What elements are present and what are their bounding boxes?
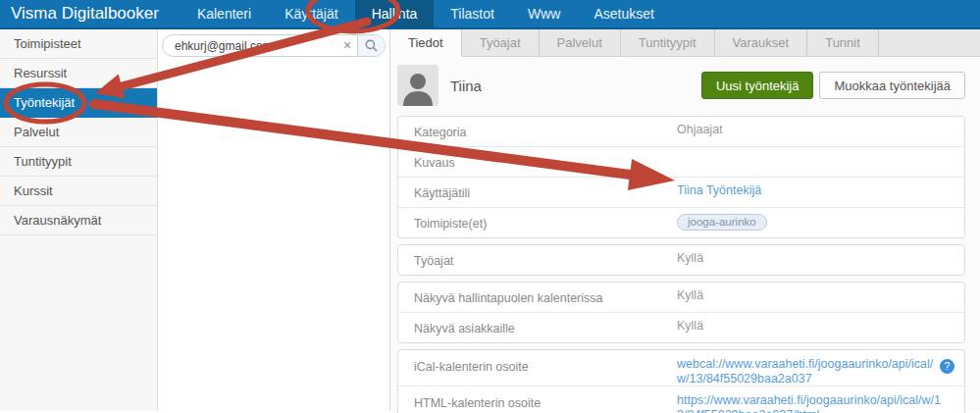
clear-icon[interactable]: ×	[337, 35, 357, 56]
row-label: iCal-kalenterin osoite	[414, 360, 529, 374]
sidebar-item-tuntityypit[interactable]: Tuntityypit	[0, 147, 157, 177]
help-icon[interactable]: ?	[940, 359, 954, 374]
nav-item-hallinta[interactable]: Hallinta	[355, 0, 435, 27]
row-label: Työajat	[414, 254, 453, 268]
nav-item-tilastot[interactable]: Tilastot	[434, 0, 511, 27]
row-label: Näkyvä hallintapuolen kalenterissa	[414, 291, 602, 305]
detail-panel: KategoriaOhjaajatKuvausKäyttäjätiliTiina…	[397, 116, 965, 238]
row-value: jooga-aurinko	[677, 214, 952, 231]
tab-tuntityypit[interactable]: Tuntityypit	[621, 29, 715, 56]
row-label: HTML-kalenterin osoite	[414, 396, 541, 410]
row-value: webcal://www.varaaheti.fi/joogaaurinko/a…	[677, 357, 944, 387]
sidebar-item-varausn-kym-t[interactable]: Varausnäkymät	[0, 206, 157, 235]
detail-row-k-ytt-j-tili: KäyttäjätiliTiina Työntekijä	[398, 178, 964, 208]
detail-row-n-kyv-asiakkaille: Näkyvä asiakkailleKyllä	[398, 313, 964, 342]
row-value-link[interactable]: webcal://www.varaaheti.fi/joogaaurinko/a…	[677, 357, 933, 386]
nav-item-k-ytt-j-t[interactable]: Käyttäjät	[268, 0, 354, 27]
row-label: Kuvaus	[414, 156, 455, 170]
main-nav: KalenteriKäyttäjätHallintaTilastotWwwAse…	[181, 0, 671, 27]
row-label: Toimipiste(et)	[414, 217, 487, 231]
top-nav: Visma Digitalbooker KalenteriKäyttäjätHa…	[0, 0, 980, 29]
sidebar-item-resurssit[interactable]: Resurssit	[0, 59, 157, 88]
tab-palvelut[interactable]: Palvelut	[540, 29, 621, 56]
row-value: https://www.varaaheti.fi/joogaaurinko/ap…	[677, 393, 944, 413]
edit-employee-button[interactable]: Muokkaa työntekijää	[819, 72, 965, 99]
sidebar-item-toimipisteet[interactable]: Toimipisteet	[0, 29, 157, 59]
detail-row-ty-ajat: TyöajatKyllä	[398, 245, 964, 275]
detail-row-ical-kalenterin-osoite: iCal-kalenterin osoitewebcal://www.varaa…	[398, 350, 964, 387]
nav-item-kalenteri[interactable]: Kalenteri	[181, 0, 268, 27]
row-value-link[interactable]: Tiina Työntekijä	[677, 183, 761, 197]
search-column: ×	[158, 29, 390, 411]
row-value: Ohjaajat	[677, 123, 952, 136]
brand-title[interactable]: Visma Digitalbooker	[0, 0, 181, 27]
detail-row-kategoria: KategoriaOhjaajat	[398, 117, 964, 147]
row-label: Käyttäjätili	[414, 186, 470, 200]
detail-panel: iCal-kalenterin osoitewebcal://www.varaa…	[397, 349, 965, 413]
new-employee-button[interactable]: Uusi työntekijä	[701, 72, 814, 99]
detail-panel: TyöajatKyllä	[397, 244, 965, 276]
detail-row-kuvaus: Kuvaus	[398, 147, 964, 178]
detail-panels: KategoriaOhjaajatKuvausKäyttäjätiliTiina…	[390, 114, 980, 413]
nav-item-www[interactable]: Www	[511, 0, 577, 27]
row-value: Tiina Työntekijä	[677, 183, 952, 197]
search-button[interactable]	[357, 35, 385, 56]
detail-panel: Näkyvä hallintapuolen kalenterissaKylläN…	[397, 282, 965, 343]
row-value: Kyllä	[677, 288, 952, 302]
search-box: ×	[162, 34, 386, 57]
row-value-link[interactable]: https://www.varaaheti.fi/joogaaurinko/ap…	[677, 393, 941, 413]
person-icon	[401, 71, 435, 106]
tab-tunnit[interactable]: Tunnit	[807, 29, 879, 56]
row-value: Kyllä	[677, 319, 952, 333]
detail-row-n-kyv-hallintapuolen-kalenterissa: Näkyvä hallintapuolen kalenterissaKyllä	[398, 283, 964, 313]
sidebar-item-kurssit[interactable]: Kurssit	[0, 177, 157, 206]
employee-header: Tiina Uusi työntekijä Muokkaa työntekijä…	[390, 57, 980, 114]
row-label: Kategoria	[414, 126, 467, 139]
nav-item-asetukset[interactable]: Asetukset	[577, 0, 670, 27]
tab-strip: TiedotTyöajatPalvelutTuntityypitVaraukse…	[390, 29, 980, 57]
sidebar: ToimipisteetResurssitTyöntekijätPalvelut…	[0, 29, 158, 411]
avatar	[397, 65, 438, 106]
row-value: Kyllä	[677, 251, 952, 265]
detail-row-html-kalenterin-osoite: HTML-kalenterin osoitehttps://www.varaah…	[398, 387, 964, 413]
sidebar-item-ty-ntekij-t[interactable]: Työntekijät	[0, 88, 157, 118]
location-badge: jooga-aurinko	[677, 214, 767, 231]
employee-name: Tiina	[450, 77, 701, 94]
tab-varaukset[interactable]: Varaukset	[715, 29, 808, 56]
tab-tiedot[interactable]: Tiedot	[390, 29, 462, 57]
visma-digitalbooker-app: Visma Digitalbooker KalenteriKäyttäjätHa…	[0, 0, 980, 413]
search-input[interactable]	[163, 35, 337, 56]
search-icon	[365, 39, 378, 52]
detail-row-toimipiste-et: Toimipiste(et)jooga-aurinko	[398, 208, 964, 237]
row-label: Näkyvä asiakkaille	[414, 322, 515, 336]
sidebar-item-palvelut[interactable]: Palvelut	[0, 118, 157, 147]
main-content: TiedotTyöajatPalvelutTuntityypitVaraukse…	[390, 29, 980, 411]
tab-ty-ajat[interactable]: Työajat	[462, 29, 540, 56]
